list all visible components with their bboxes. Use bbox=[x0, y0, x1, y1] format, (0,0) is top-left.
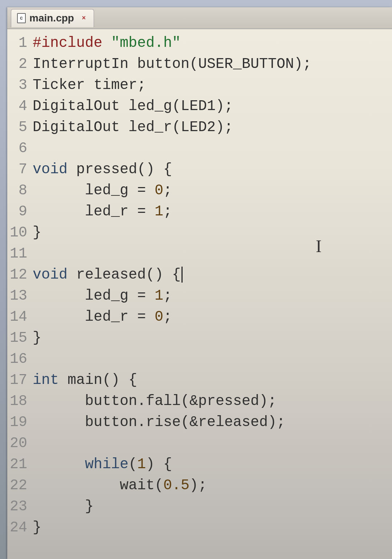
code-token: } bbox=[33, 330, 41, 346]
text-cursor-icon: I bbox=[316, 236, 322, 256]
line-number: 8 bbox=[7, 180, 27, 201]
code-token: released() { bbox=[68, 267, 181, 283]
code-token: ; bbox=[163, 288, 172, 304]
code-token: "mbed.h" bbox=[111, 35, 181, 51]
line-number: 9 bbox=[7, 201, 27, 222]
code-token: } bbox=[33, 519, 41, 536]
line-number: 18 bbox=[7, 391, 27, 412]
code-line[interactable]: } bbox=[33, 222, 392, 243]
code-line[interactable]: button.fall(&pressed); bbox=[33, 391, 392, 412]
code-token: button.rise(&released); bbox=[33, 414, 285, 430]
code-line[interactable]: led_r = 1; bbox=[33, 201, 392, 222]
code-token: 1 bbox=[155, 288, 163, 304]
text-caret bbox=[181, 267, 183, 283]
code-line[interactable]: led_r = 0; bbox=[33, 307, 392, 328]
code-line[interactable]: void released() { bbox=[33, 264, 392, 285]
code-token: while bbox=[85, 456, 128, 473]
code-line[interactable] bbox=[33, 433, 392, 454]
code-token: ; bbox=[163, 309, 172, 325]
line-number: 15 bbox=[7, 328, 27, 349]
code-line[interactable] bbox=[33, 349, 392, 370]
code-line[interactable]: int main() { bbox=[33, 370, 392, 391]
line-number: 20 bbox=[7, 433, 27, 454]
code-line[interactable] bbox=[33, 243, 392, 264]
code-line[interactable]: DigitalOut led_g(LED1); bbox=[33, 96, 392, 117]
line-number: 5 bbox=[7, 117, 27, 138]
code-token: 0.5 bbox=[163, 477, 189, 494]
code-token: 0 bbox=[155, 309, 163, 325]
code-token: led_g = bbox=[33, 182, 155, 199]
code-token: 1 bbox=[137, 456, 146, 473]
code-token: Ticker timer; bbox=[33, 77, 146, 93]
close-icon[interactable]: × bbox=[80, 14, 88, 22]
line-number: 17 bbox=[7, 370, 27, 391]
code-token: ; bbox=[163, 182, 172, 199]
line-number: 19 bbox=[7, 412, 27, 433]
code-line[interactable] bbox=[33, 138, 392, 159]
line-number-gutter: 123456789101112131415161718192021222324 bbox=[7, 33, 33, 538]
line-number: 22 bbox=[7, 475, 27, 496]
code-line[interactable]: } bbox=[33, 517, 392, 538]
code-token: int bbox=[33, 372, 59, 388]
code-token: main() { bbox=[59, 372, 137, 388]
code-token: InterruptIn button(USER_BUTTON); bbox=[33, 56, 311, 72]
line-number: 2 bbox=[7, 54, 27, 75]
line-number: 12 bbox=[7, 264, 27, 285]
code-line[interactable]: led_g = 1; bbox=[33, 285, 392, 307]
line-number: 23 bbox=[7, 496, 27, 517]
code-area[interactable]: 123456789101112131415161718192021222324 … bbox=[7, 29, 392, 538]
line-number: 14 bbox=[7, 307, 27, 328]
code-token bbox=[33, 456, 85, 473]
file-tab[interactable]: c main.cpp × bbox=[11, 9, 94, 27]
line-number: 24 bbox=[7, 517, 27, 538]
code-token: } bbox=[33, 224, 41, 241]
code-line[interactable]: button.rise(&released); bbox=[33, 412, 392, 433]
code-token: button.fall(&pressed); bbox=[33, 393, 277, 409]
editor-container: c main.cpp × 123456789101112131415161718… bbox=[7, 7, 392, 559]
code-line[interactable]: while(1) { bbox=[33, 454, 392, 475]
line-number: 11 bbox=[7, 243, 27, 264]
line-number: 16 bbox=[7, 349, 27, 370]
code-token: ( bbox=[128, 456, 137, 473]
tab-filename: main.cpp bbox=[29, 12, 74, 24]
line-number: 13 bbox=[7, 285, 27, 307]
code-line[interactable]: InterruptIn button(USER_BUTTON); bbox=[33, 54, 392, 75]
code-token: ; bbox=[163, 203, 172, 220]
tab-bar: c main.cpp × bbox=[7, 7, 392, 29]
line-number: 10 bbox=[7, 222, 27, 243]
code-token: 1 bbox=[155, 203, 163, 220]
line-number: 21 bbox=[7, 454, 27, 475]
file-type-icon: c bbox=[17, 13, 26, 23]
code-line[interactable]: } bbox=[33, 496, 392, 517]
code-token: ) { bbox=[146, 456, 172, 473]
code-token: 0 bbox=[155, 182, 163, 199]
code-line[interactable]: led_g = 0; bbox=[33, 180, 392, 201]
line-number: 7 bbox=[7, 159, 27, 180]
code-token: led_r = bbox=[33, 203, 155, 220]
code-token: DigitalOut led_g(LED1); bbox=[33, 98, 233, 114]
code-line[interactable]: #include "mbed.h" bbox=[33, 33, 392, 54]
code-token: DigitalOut led_r(LED2); bbox=[33, 119, 233, 135]
code-token: pressed() { bbox=[68, 161, 172, 178]
code-token: led_g = bbox=[33, 288, 155, 304]
code-token: void bbox=[33, 161, 68, 178]
code-token: ); bbox=[189, 477, 207, 494]
line-number: 1 bbox=[7, 33, 27, 54]
code-line[interactable]: } bbox=[33, 328, 392, 349]
line-number: 6 bbox=[7, 138, 27, 159]
code-line[interactable]: void pressed() { bbox=[33, 159, 392, 180]
code-token: wait( bbox=[33, 477, 163, 494]
code-line[interactable]: Ticker timer; bbox=[33, 75, 392, 96]
code-line[interactable]: wait(0.5); bbox=[33, 475, 392, 496]
line-number: 4 bbox=[7, 96, 27, 117]
code-token: } bbox=[33, 498, 94, 515]
code-token: #include bbox=[33, 35, 111, 51]
code-content[interactable]: #include "mbed.h"InterruptIn button(USER… bbox=[33, 33, 392, 538]
code-token: led_r = bbox=[33, 309, 155, 325]
line-number: 3 bbox=[7, 75, 27, 96]
code-token: void bbox=[33, 267, 68, 283]
code-line[interactable]: DigitalOut led_r(LED2); bbox=[33, 117, 392, 138]
